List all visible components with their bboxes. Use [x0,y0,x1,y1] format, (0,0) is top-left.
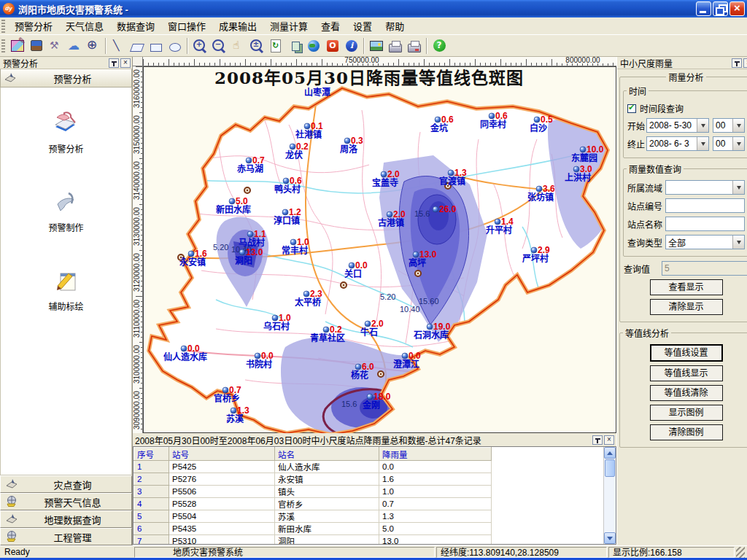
pan-hand-icon[interactable] [228,36,247,55]
column-header[interactable]: 站号 [169,448,275,461]
end-date-select[interactable]: 2008- 6- 3 [646,136,709,151]
menu-item-8[interactable]: 设置 [347,17,379,35]
svg-text:新田水库: 新田水库 [216,204,251,215]
station-山枣潭: 山枣潭 [304,87,330,98]
站点名称-input[interactable] [665,217,745,231]
table-row[interactable]: 6P5435新田水库5.0 [134,523,492,535]
close-icon[interactable]: × [604,435,614,445]
refresh-page-icon[interactable] [266,36,285,55]
flood-fill-icon[interactable] [27,36,46,55]
sidebar-tool-1[interactable]: 预警分析 [48,111,83,155]
menu-item-7[interactable]: 查看 [314,17,347,35]
start-date-select[interactable]: 2008- 5-30 [646,118,709,133]
menu-item-2[interactable]: 天气信息 [59,17,110,35]
column-header[interactable]: 序号 [134,448,169,461]
column-header[interactable]: 站名 [275,448,379,461]
table-row[interactable]: 2P5276永安镇1.6 [134,473,492,486]
menu-item-1[interactable]: 预警分析 [8,17,59,35]
menu-item-3[interactable]: 数据查询 [110,17,161,35]
scroll-thumb[interactable] [605,459,615,477]
sidebar-bar-1[interactable]: 灾点查询 [0,475,132,493]
menu-item-9[interactable]: 帮助 [379,17,411,35]
restore-button[interactable] [713,1,728,16]
pin-icon[interactable] [592,435,603,445]
map-edit-icon[interactable] [8,36,27,55]
sidebar-bar-2[interactable]: 预警天气信息 [0,493,132,510]
table-row[interactable]: 7P5310洞阳13.0 [134,535,492,545]
minimize-button[interactable] [696,1,711,16]
query-field-4: 查询类型全部 [627,235,745,249]
toolbar-items [8,36,449,55]
print-icon[interactable] [386,36,405,55]
column-header[interactable]: 降雨量 [379,448,492,461]
pick-tool-icon[interactable] [46,36,65,55]
sidebar-bar-4[interactable]: 工程管理 [0,528,132,545]
sidebar-tool-3[interactable]: 辅助标绘 [48,267,83,312]
svg-text:白沙: 白沙 [530,122,547,133]
menu-item-4[interactable]: 窗口操作 [161,17,212,35]
zoom-extent-icon[interactable] [247,36,266,55]
export-image-icon[interactable] [367,36,386,55]
draw-ellipse-icon[interactable] [166,36,185,55]
pin-icon[interactable] [109,58,119,68]
chevron-down-icon[interactable] [732,181,744,194]
chevron-down-icon[interactable] [732,137,744,150]
所属流域-select[interactable] [665,180,745,195]
cloud-tool-icon[interactable] [65,36,84,55]
stop-icon[interactable] [323,36,342,55]
chevron-down-icon[interactable] [732,236,744,249]
close-icon[interactable]: × [120,58,131,68]
hand-pen-icon [4,74,17,85]
pin-icon[interactable] [732,58,742,68]
stations-table[interactable]: 序号站号站名降雨量 1P5425仙人造水库0.02P5276永安镇1.63P55… [133,447,492,544]
query-field-1: 所属流域 [627,180,745,195]
查询类型-select[interactable]: 全部 [665,235,745,249]
info-icon[interactable] [342,36,361,55]
contour-button-5[interactable]: 清除图例 [650,424,723,440]
draw-rectangle-icon[interactable] [147,36,166,55]
globe-icon[interactable] [304,36,323,55]
scroll-down-icon[interactable] [604,532,616,544]
globe-doc-icon [5,495,18,509]
resize-grip[interactable] [736,547,745,558]
chevron-down-icon[interactable] [697,137,708,150]
table-scrollbar[interactable] [603,447,616,544]
menu-item-6[interactable]: 测量计算 [263,17,314,35]
table-row[interactable]: 3P5506镇头1.0 [134,486,492,498]
table-row[interactable]: 4P5528官桥乡0.7 [134,498,492,510]
time-range-checkbox[interactable] [627,104,636,113]
contour-button-1[interactable]: 等值线设置 [650,344,723,362]
end-hour-select[interactable]: 00 [713,136,745,151]
sidebar-tool-2[interactable]: 预警制作 [48,188,83,233]
help-icon[interactable] [430,36,449,55]
draw-polygon-icon[interactable] [128,36,147,55]
draw-line-icon[interactable] [109,36,128,55]
chevron-down-icon[interactable] [732,119,744,132]
chevron-down-icon[interactable] [697,119,708,132]
rain-query-group: 雨量数值查询 所属流域站点编号站点名称查询类型全部 [623,163,747,257]
copy-layers-icon[interactable] [285,36,304,55]
query-field-2: 站点编号 [627,198,745,213]
vertical-ruler: 3160000.003150000.003140000.003130000.00… [133,66,143,433]
contour-button-2[interactable]: 等值线显示 [650,365,723,381]
sidebar-bar-3[interactable]: 地理数据查询 [0,510,132,528]
rainfall-panel-title: 中小尺度雨量 [620,57,730,69]
scroll-up-icon[interactable] [604,447,616,459]
sidebar-header[interactable]: 预警分析 [0,69,132,88]
close-icon[interactable]: × [743,58,747,68]
table-row[interactable]: 5P5504苏溪1.3 [134,510,492,523]
站点编号-input[interactable] [665,198,745,213]
start-hour-select[interactable]: 00 [713,118,745,133]
print-preview-icon[interactable] [405,36,424,55]
table-row[interactable]: 1P5425仙人造水库0.0 [134,461,492,473]
query-button-1[interactable]: 查看显示 [650,279,723,295]
map-canvas[interactable]: 2008年05月30日降雨量等值线色斑图 5.2010.4015.65.2015… [143,66,616,433]
center-target-icon[interactable] [84,36,103,55]
query-button-2[interactable]: 清除显示 [650,299,723,315]
menu-item-5[interactable]: 成果输出 [212,17,263,35]
zoom-out-icon[interactable] [209,36,228,55]
contour-button-3[interactable]: 等值线清除 [650,385,723,401]
contour-button-4[interactable]: 显示图例 [650,405,723,421]
zoom-in-icon[interactable] [190,36,209,55]
close-button[interactable] [729,1,745,16]
